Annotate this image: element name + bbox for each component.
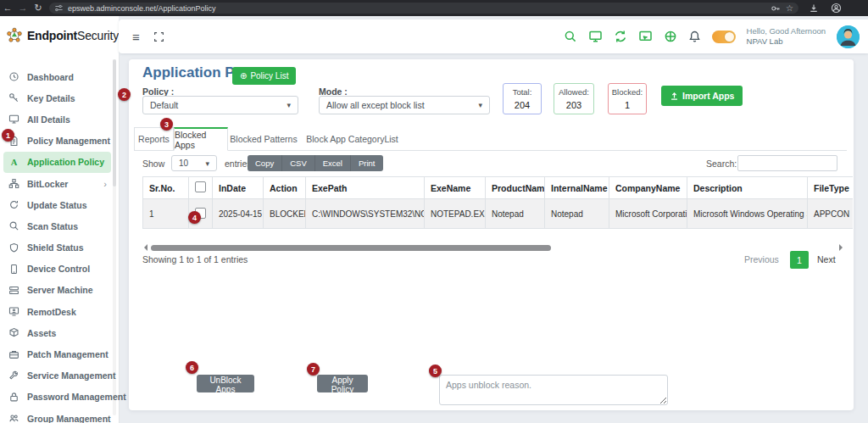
unblock-apps-button[interactable]: UnBlock Apps bbox=[197, 375, 254, 392]
sidebar-item-label: Server Machine bbox=[27, 285, 93, 295]
browser-reload-icon[interactable]: ↻ bbox=[31, 0, 46, 16]
sidebar-item-label: BitLocker bbox=[27, 179, 68, 189]
unblock-reason-textarea[interactable] bbox=[439, 375, 668, 405]
sidebar-item-dashboard[interactable]: Dashboard bbox=[0, 66, 114, 87]
box-icon bbox=[8, 327, 19, 338]
sidebar-item-device-control[interactable]: Device Control bbox=[0, 259, 114, 280]
tab-blocked-patterns[interactable]: Blocked Patterns bbox=[228, 127, 299, 151]
stat-blocked: Blocked: 1 bbox=[608, 83, 647, 114]
sidebar-item-patch-management[interactable]: Patch Management bbox=[0, 343, 114, 365]
notifications-bell-icon[interactable] bbox=[688, 30, 701, 43]
sidebar-nav: Dashboard Key Details All Details Policy… bbox=[0, 66, 114, 423]
password-key-icon[interactable] bbox=[771, 3, 781, 14]
col-productname: ProductName bbox=[486, 177, 545, 199]
fullscreen-icon[interactable] bbox=[153, 31, 164, 42]
pagination-previous[interactable]: Previous bbox=[744, 254, 779, 264]
sidebar-item-group-management[interactable]: Group Management bbox=[0, 408, 114, 423]
user-avatar[interactable] bbox=[837, 25, 860, 48]
scroll-left-arrow[interactable] bbox=[141, 244, 147, 251]
tab-label: Reports bbox=[138, 134, 170, 144]
sidebar-item-policy-management[interactable]: Policy Management bbox=[0, 131, 114, 152]
tab-label: Block App CategoryList bbox=[306, 134, 398, 144]
search-icon[interactable] bbox=[564, 30, 577, 43]
export-button-group: Copy CSV Excel Print bbox=[248, 155, 383, 171]
monitor-icon[interactable] bbox=[588, 30, 603, 43]
browser-back-icon[interactable]: ← bbox=[0, 0, 15, 16]
search-label: Search: bbox=[706, 159, 737, 169]
mode-select[interactable]: Allow all except block list ▾ bbox=[319, 96, 490, 114]
site-settings-icon[interactable] bbox=[54, 3, 64, 13]
col-exepath: ExePath bbox=[306, 177, 425, 199]
annotation-badge-3: 3 bbox=[160, 118, 173, 131]
select-all-checkbox[interactable] bbox=[195, 181, 206, 192]
brand-logo bbox=[6, 23, 23, 47]
sidebar-item-label: Patch Management bbox=[27, 349, 108, 359]
address-bar[interactable]: epsweb.adminconsole.net/ApplicationPolic… bbox=[49, 3, 798, 14]
bookmark-star-icon[interactable]: ☆ bbox=[786, 3, 793, 13]
sidebar-item-application-policy[interactable]: A Application Policy bbox=[3, 152, 111, 173]
sidebar-item-bitlocker[interactable]: BitLocker › bbox=[0, 173, 114, 194]
navbar-actions: Hello, Good Afternoon NPAV Lab bbox=[564, 25, 868, 48]
cell-action: BLOCKED bbox=[264, 199, 306, 229]
pagination-next[interactable]: Next bbox=[817, 254, 836, 264]
sidebar-item-label: Service Management bbox=[27, 370, 115, 381]
sidebar-item-label: Assets bbox=[27, 328, 56, 338]
scroll-right-arrow[interactable] bbox=[839, 244, 846, 251]
apply-policy-button[interactable]: Apply Policy bbox=[317, 375, 368, 392]
screen: ← → ↻ epsweb.adminconsole.net/Applicatio… bbox=[0, 0, 868, 423]
sidebar-item-key-details[interactable]: Key Details bbox=[0, 87, 114, 109]
remote-desktop-icon bbox=[8, 306, 19, 317]
sidebar-item-server-machine[interactable]: Server Machine bbox=[0, 280, 114, 301]
page-size-select[interactable]: 10 ▾ bbox=[171, 155, 217, 171]
toggle-knob bbox=[725, 32, 734, 42]
sidebar-item-update-status[interactable]: Update Status bbox=[0, 194, 114, 215]
copy-button[interactable]: Copy bbox=[248, 155, 282, 171]
tab-reports[interactable]: Reports bbox=[134, 127, 174, 151]
globe-icon[interactable] bbox=[664, 30, 677, 43]
mode-select-value: Allow all except block list bbox=[326, 100, 425, 110]
cell-exepath: C:\WINDOWS\SYSTEM32\NOTEPAD.EXE bbox=[306, 199, 425, 229]
policy-select[interactable]: Default ▾ bbox=[142, 96, 298, 114]
sidebar-item-service-management[interactable]: Service Management bbox=[0, 365, 114, 387]
users-icon bbox=[8, 413, 19, 423]
print-button[interactable]: Print bbox=[351, 155, 383, 171]
policy-list-button[interactable]: ⊕ Policy List bbox=[232, 67, 296, 85]
stat-blocked-value: 1 bbox=[609, 100, 646, 110]
menu-toggle-icon[interactable]: ≡ bbox=[132, 30, 140, 44]
brand: EndpointSecurity bbox=[0, 16, 119, 54]
csv-button[interactable]: CSV bbox=[282, 155, 315, 171]
tab-block-app-categorylist[interactable]: Block App CategoryList bbox=[299, 127, 405, 151]
col-select bbox=[189, 177, 213, 199]
show-label: Show bbox=[142, 159, 164, 169]
browser-profile-icon[interactable] bbox=[831, 3, 842, 14]
sync-icon[interactable] bbox=[614, 30, 627, 43]
browser-forward-icon[interactable]: → bbox=[15, 0, 31, 16]
stat-total-value: 204 bbox=[504, 100, 541, 110]
sidebar-item-label: Scan Status bbox=[27, 221, 78, 231]
screen-share-icon[interactable] bbox=[638, 30, 653, 43]
download-icon[interactable] bbox=[809, 3, 819, 14]
sidebar-item-assets[interactable]: Assets bbox=[0, 322, 114, 343]
brand-name: EndpointSecurity bbox=[27, 29, 119, 42]
browser-chrome: ← → ↻ epsweb.adminconsole.net/Applicatio… bbox=[0, 0, 868, 16]
cell-description: Microsoft Windows Operating System bbox=[687, 199, 808, 229]
horizontal-scrollbar-thumb[interactable] bbox=[151, 245, 551, 251]
excel-button[interactable]: Excel bbox=[315, 155, 351, 171]
theme-toggle[interactable] bbox=[712, 31, 736, 43]
nodes-icon bbox=[8, 178, 19, 189]
annotation-badge-7: 7 bbox=[307, 363, 320, 376]
sidebar-item-all-details[interactable]: All Details bbox=[0, 109, 114, 130]
sidebar-item-password-management[interactable]: Password Management bbox=[0, 387, 114, 408]
table-row: 1 2025-04-15 BLOCKED C:\WINDOWS\SYSTEM32… bbox=[143, 199, 854, 229]
sidebar-item-scan-status[interactable]: Scan Status bbox=[0, 215, 114, 237]
search-input[interactable] bbox=[737, 155, 837, 171]
sidebar-item-remotdesk[interactable]: RemotDesk bbox=[0, 301, 114, 322]
import-apps-button[interactable]: Import Apps bbox=[661, 86, 743, 106]
tab-blocked-apps[interactable]: Blocked Apps bbox=[174, 127, 228, 151]
sidebar-item-shield-status[interactable]: Shield Status bbox=[0, 237, 114, 259]
pagination-page-1[interactable]: 1 bbox=[790, 251, 809, 269]
chevron-right-icon: › bbox=[103, 179, 107, 189]
sidebar: Dashboard Key Details All Details Policy… bbox=[0, 54, 120, 423]
monitor-icon bbox=[8, 114, 19, 125]
col-action: Action bbox=[264, 177, 306, 199]
